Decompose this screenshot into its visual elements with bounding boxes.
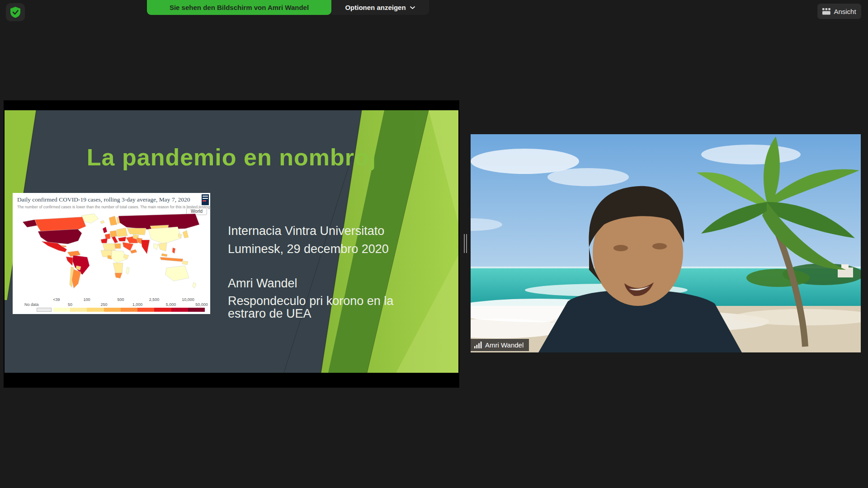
our-world-in-data-logo-icon <box>202 194 209 205</box>
chevron-down-icon <box>410 6 415 9</box>
slide-event-line2: Luminesk, 29 decembro 2020 <box>228 242 389 256</box>
legend-no-data-swatch <box>37 308 52 312</box>
map-region-myanmar <box>154 244 158 250</box>
legend-tick: 50,000 <box>195 302 208 307</box>
legend-tick: 2,500 <box>149 297 160 302</box>
legend-segment <box>87 308 104 312</box>
legend-tick: 500 <box>117 297 124 302</box>
meeting-security-shield-button[interactable] <box>6 3 25 21</box>
legend-segment <box>53 308 70 312</box>
covid-map-panel: Daily confirmed COVID-19 cases, rolling … <box>13 193 210 314</box>
map-region-turkey <box>118 237 126 241</box>
legend-segment <box>104 308 121 312</box>
map-region-spain <box>101 238 108 243</box>
map-region-india <box>141 240 150 254</box>
legend-segment <box>188 308 205 312</box>
slide-title: La pandemio en nombroj <box>5 144 458 171</box>
map-region-southern-africa <box>113 263 123 274</box>
legend-tick: 100 <box>83 297 90 302</box>
share-options-label: Optionen anzeigen <box>345 4 406 11</box>
view-button[interactable]: Ansicht <box>817 4 861 19</box>
map-region-philippines <box>172 248 175 253</box>
map-region-north-africa <box>103 244 115 250</box>
slide-role-line1: Respondeculo pri korono en la <box>228 294 393 308</box>
map-region-madagascar <box>126 267 129 274</box>
participant-name: Amri Wandel <box>485 341 524 349</box>
map-region-scandinavia <box>109 216 117 225</box>
map-region-peru <box>66 257 73 266</box>
map-region-iceland <box>100 221 104 224</box>
map-region-new-zealand <box>193 282 196 288</box>
map-region-china <box>148 227 181 244</box>
map-region-central-asia <box>127 228 146 235</box>
legend-tick: 250 <box>100 302 107 307</box>
map-region-canada <box>35 217 86 231</box>
map-region-argentina <box>72 269 81 288</box>
participant-video-tile: Amri Wandel <box>471 134 861 352</box>
map-region-japan <box>183 230 189 238</box>
shield-check-icon <box>10 6 21 18</box>
legend-segment <box>70 308 87 312</box>
map-region-indonesia <box>160 257 183 262</box>
view-button-label: Ansicht <box>834 8 856 15</box>
map-region-australia <box>165 266 189 281</box>
map-region-saudi-arabia <box>123 242 133 251</box>
legend-tick: 50 <box>68 302 72 307</box>
legend-tick: 1,000 <box>132 302 143 307</box>
map-region-eastern-europe <box>117 228 127 237</box>
map-region-italy <box>112 236 118 243</box>
slide-event-line1: Internacia Vintra Universitato <box>228 224 384 238</box>
map-region-uk <box>103 227 107 233</box>
legend-segment <box>154 308 171 312</box>
screen-share-banner: Sie sehen den Bildschirm von Amri Wandel <box>147 0 331 15</box>
map-region-malaysia <box>161 253 167 257</box>
participant-name-tag: Amri Wandel <box>471 339 529 351</box>
participant-video-scene <box>471 134 861 352</box>
map-region-bolivia <box>76 266 81 270</box>
gallery-view-icon <box>822 8 830 15</box>
world-choropleth-map <box>14 212 208 296</box>
signal-bars-icon <box>474 342 482 348</box>
map-title: Daily confirmed COVID-19 cases, rolling … <box>17 196 190 203</box>
legend-no-data-label: No data <box>24 302 39 307</box>
legend-segments <box>53 308 205 312</box>
presentation-slide: La pandemio en nombroj Internacia Vintra… <box>5 110 458 373</box>
legend-tick: <39 <box>53 297 60 302</box>
map-region-southeast-asia <box>158 243 167 251</box>
share-options-button[interactable]: Optionen anzeigen <box>331 0 429 15</box>
map-region-yemen-oman <box>130 249 137 253</box>
map-region-egypt <box>114 244 121 249</box>
map-region-south-africa <box>115 273 122 278</box>
slide-author: Amri Wandel <box>228 277 297 291</box>
legend-segment <box>137 308 154 312</box>
legend-segment <box>171 308 188 312</box>
panel-resize-handle[interactable] <box>463 234 467 253</box>
legend-tick: 5,000 <box>166 302 176 307</box>
slide-role-line2: estraro de UEA <box>228 307 311 321</box>
map-region-papua <box>182 261 188 265</box>
top-bar: Sie sehen den Bildschirm von Amri Wandel… <box>0 0 868 15</box>
map-subtitle: The number of confirmed cases is lower t… <box>17 205 211 209</box>
legend-segment <box>121 308 137 312</box>
map-region-alaska <box>23 220 37 227</box>
meeting-toolbar: Stummschalten Video beenden Sicherheit <box>0 448 868 488</box>
shared-screen-area: La pandemio en nombroj Internacia Vintra… <box>4 100 459 388</box>
legend-tick: 10,000 <box>182 297 194 302</box>
map-region-germany-central <box>110 230 117 237</box>
